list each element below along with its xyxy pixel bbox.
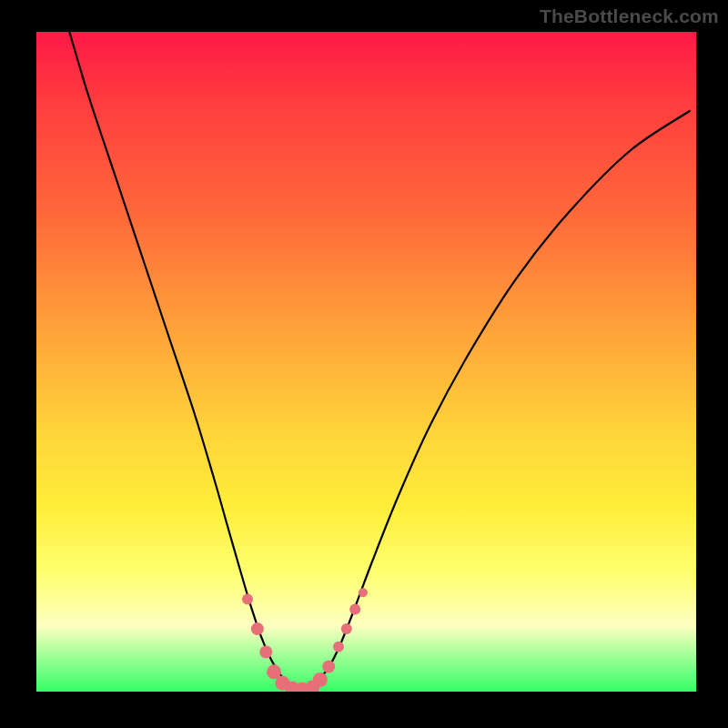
highlight-dot — [313, 672, 328, 687]
highlight-dot — [349, 603, 360, 614]
highlight-dot — [359, 588, 368, 597]
watermark-text: TheBottleneck.com — [540, 5, 719, 27]
highlight-dot — [333, 642, 344, 652]
highlight-dot — [259, 646, 272, 659]
highlighted-points-group — [242, 588, 368, 692]
highlight-dot — [341, 623, 352, 634]
bottleneck-curve — [69, 32, 690, 689]
highlight-dot — [322, 661, 335, 673]
highlight-dot — [242, 594, 253, 605]
highlight-dot — [251, 622, 264, 635]
chart-stage: TheBottleneck.com — [0, 0, 728, 728]
plot-area — [36, 32, 696, 692]
curve-svg — [36, 32, 696, 692]
